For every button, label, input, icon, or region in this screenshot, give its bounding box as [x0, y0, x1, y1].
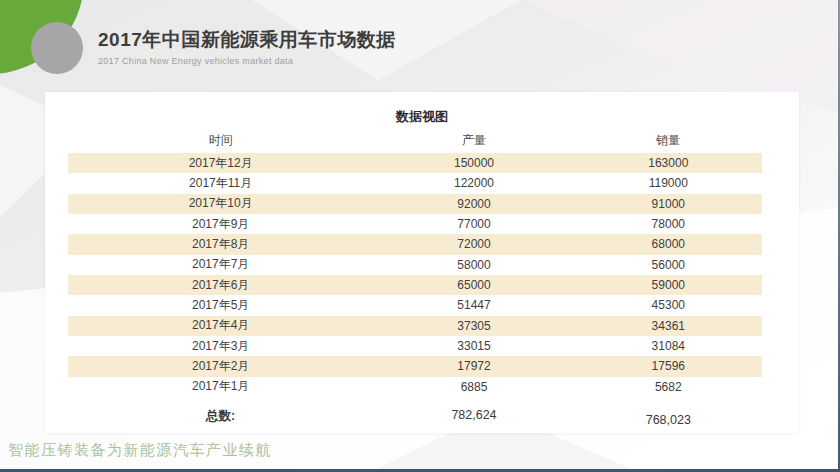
total-sales-value: 768,023 [575, 404, 762, 422]
cell-sales: 78000 [575, 217, 762, 231]
table-row: 2017年8月7200068000 [68, 234, 762, 254]
cell-sales: 31084 [575, 339, 762, 353]
cell-sales: 68000 [575, 237, 762, 251]
column-header: 产量 [373, 132, 574, 149]
cell-month: 2017年1月 [68, 378, 373, 395]
data-card: 数据视图 时间产量销量 2017年12月1500001630002017年11月… [45, 92, 799, 433]
table-row: 2017年5月5144745300 [68, 295, 762, 315]
total-production-value: 782,624 [373, 404, 574, 422]
cell-month: 2017年2月 [68, 358, 373, 375]
table-row: 2017年1月68855682 [68, 377, 762, 397]
table-row: 2017年10月9200091000 [68, 194, 762, 214]
table-row: 2017年7月5800056000 [68, 255, 762, 275]
cell-month: 2017年3月 [68, 338, 373, 355]
data-table: 时间产量销量 2017年12月1500001630002017年11月12200… [45, 127, 799, 432]
page-subtitle: 2017 China New Energy vehicles market da… [98, 56, 396, 66]
table-total-row: 总数: 782,624 768,023 [68, 404, 762, 432]
table-row: 2017年3月3301531084 [68, 336, 762, 356]
card-title: 数据视图 [45, 92, 799, 127]
cell-month: 2017年6月 [68, 277, 373, 294]
total-label: 总数: [68, 404, 373, 425]
table-row: 2017年11月122000119000 [68, 173, 762, 193]
cell-production: 72000 [373, 237, 574, 251]
cell-production: 92000 [373, 197, 574, 211]
cell-sales: 163000 [575, 156, 762, 170]
table-row: 2017年2月1797217596 [68, 356, 762, 376]
column-header: 时间 [68, 132, 373, 149]
cell-month: 2017年5月 [68, 297, 373, 314]
table-header-row: 时间产量销量 [68, 127, 762, 153]
table-row: 2017年12月150000163000 [68, 153, 762, 173]
cell-month: 2017年4月 [68, 317, 373, 334]
table-row: 2017年4月3730534361 [68, 316, 762, 336]
cell-month: 2017年8月 [68, 236, 373, 253]
cell-month: 2017年10月 [68, 195, 373, 212]
cell-production: 58000 [373, 258, 574, 272]
cell-sales: 45300 [575, 298, 762, 312]
cell-production: 122000 [373, 176, 574, 190]
cell-production: 65000 [373, 278, 574, 292]
table-body: 2017年12月1500001630002017年11月122000119000… [68, 153, 762, 397]
cell-month: 2017年7月 [68, 256, 373, 273]
cell-sales: 59000 [575, 278, 762, 292]
cell-sales: 91000 [575, 197, 762, 211]
page-title: 2017年中国新能源乘用车市场数据 [98, 27, 396, 53]
gray-circle-decor [31, 22, 83, 74]
cell-month: 2017年9月 [68, 216, 373, 233]
table-row: 2017年6月6500059000 [68, 275, 762, 295]
cell-production: 51447 [373, 298, 574, 312]
cell-sales: 34361 [575, 319, 762, 333]
cell-production: 77000 [373, 217, 574, 231]
cell-sales: 17596 [575, 359, 762, 373]
cell-production: 6885 [373, 380, 574, 394]
cell-sales: 56000 [575, 258, 762, 272]
cell-month: 2017年12月 [68, 155, 373, 172]
cell-sales: 119000 [575, 176, 762, 190]
table-row: 2017年9月7700078000 [68, 214, 762, 234]
cell-production: 150000 [373, 156, 574, 170]
cell-month: 2017年11月 [68, 175, 373, 192]
column-header: 销量 [575, 132, 762, 149]
slide-header: 2017年中国新能源乘用车市场数据 2017 China New Energy … [98, 27, 396, 66]
cell-sales: 5682 [575, 380, 762, 394]
cell-production: 37305 [373, 319, 574, 333]
footer-slogan: 智能压铸装备为新能源汽车产业续航 [8, 441, 272, 460]
cell-production: 17972 [373, 359, 574, 373]
cell-production: 33015 [373, 339, 574, 353]
